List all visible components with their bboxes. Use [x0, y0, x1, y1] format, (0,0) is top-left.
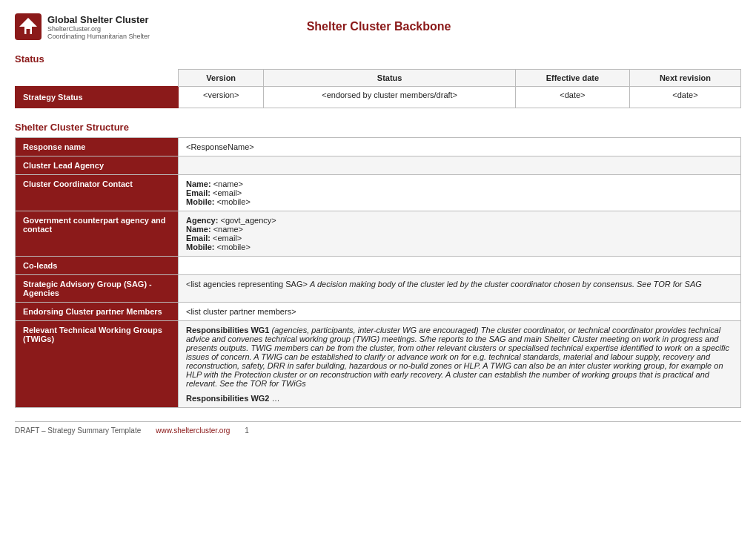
- logo-subtitle1: ShelterCluster.org: [47, 25, 150, 33]
- label-twigs: Relevant Technical Working Groups (TWiGs…: [16, 321, 179, 408]
- version-value: <version>: [179, 87, 264, 108]
- logo-area: Global Shelter Cluster ShelterCluster.or…: [15, 13, 150, 40]
- footer: DRAFT – Strategy Summary Template www.sh…: [15, 421, 741, 435]
- value-cluster-lead-agency: [179, 156, 741, 175]
- footer-website[interactable]: www.sheltercluster.org: [156, 426, 230, 435]
- logo-subtitle2: Coordinating Humanitarian Shelter: [47, 33, 150, 40]
- status-table-row: Strategy Status <version> <endorsed by c…: [16, 87, 741, 108]
- value-cluster-coordinator: Name: <name> Email: <email> Mobile: <mob…: [179, 175, 741, 211]
- value-response-name: <ResponseName>: [179, 138, 741, 156]
- row-endorsing-members: Endorsing Cluster partner Members <list …: [16, 303, 741, 321]
- value-sag: <list agencies representing SAG> A decis…: [179, 275, 741, 303]
- twig-wg2-block: Responsibilities WG2 …: [186, 394, 733, 403]
- effective-date-value: <date>: [515, 87, 629, 108]
- govt-agency: Agency: <govt_agency>: [186, 216, 733, 225]
- status-table-header-row: Version Status Effective date Next revis…: [16, 70, 741, 87]
- label-response-name: Response name: [16, 138, 179, 156]
- structure-table: Response name <ResponseName> Cluster Lea…: [15, 137, 741, 408]
- strategy-status-label: Strategy Status: [16, 87, 179, 108]
- sag-description: A decision making body of the cluster le…: [310, 280, 702, 289]
- status-value: <endorsed by cluster members/draft>: [264, 87, 515, 108]
- value-endorsing-members: <list cluster partner members>: [179, 303, 741, 321]
- coordinator-name: Name: <name>: [186, 179, 733, 188]
- svg-rect-3: [27, 29, 30, 34]
- structure-heading: Shelter Cluster Structure: [15, 122, 741, 133]
- row-response-name: Response name <ResponseName>: [16, 138, 741, 156]
- label-co-leads: Co-leads: [16, 257, 179, 275]
- logo-icon: [15, 13, 42, 40]
- header: Global Shelter Cluster ShelterCluster.or…: [15, 13, 741, 40]
- twig-wg1-text: (agencies, participants, inter-cluster W…: [186, 326, 729, 388]
- value-co-leads: [179, 257, 741, 275]
- govt-mobile: Mobile: <mobile>: [186, 243, 733, 251]
- twig-wg1-label: Responsibilities WG1: [186, 326, 269, 334]
- coordinator-email: Email: <email>: [186, 188, 733, 197]
- col-status: Status: [264, 70, 515, 87]
- twig-wg1-block: Responsibilities WG1 (agencies, particip…: [186, 326, 733, 388]
- label-cluster-lead-agency: Cluster Lead Agency: [16, 156, 179, 175]
- twig-wg2-ellipsis: …: [272, 394, 280, 403]
- label-govt-counterpart: Government counterpart agency and contac…: [16, 211, 179, 257]
- label-endorsing-members: Endorsing Cluster partner Members: [16, 303, 179, 321]
- row-twigs: Relevant Technical Working Groups (TWiGs…: [16, 321, 741, 408]
- value-govt-counterpart: Agency: <govt_agency> Name: <name> Email…: [179, 211, 741, 257]
- next-revision-value: <date>: [629, 87, 740, 108]
- coordinator-mobile: Mobile: <mobile>: [186, 197, 733, 206]
- row-cluster-lead-agency: Cluster Lead Agency: [16, 156, 741, 175]
- page: Global Shelter Cluster ShelterCluster.or…: [15, 0, 741, 457]
- page-title: Shelter Cluster Backbone: [150, 20, 608, 33]
- footer-page-num: 1: [245, 426, 249, 435]
- col-effective-date: Effective date: [515, 70, 629, 87]
- status-table: Version Status Effective date Next revis…: [15, 69, 741, 108]
- row-sag: Strategic Advisory Group (SAG) - Agencie…: [16, 275, 741, 303]
- row-co-leads: Co-leads: [16, 257, 741, 275]
- col-next-revision: Next revision: [629, 70, 740, 87]
- twig-wg2-label: Responsibilities WG2: [186, 394, 269, 403]
- value-twigs: Responsibilities WG1 (agencies, particip…: [179, 321, 741, 408]
- col-version: Version: [179, 70, 264, 87]
- status-heading: Status: [15, 53, 741, 65]
- row-cluster-coordinator: Cluster Coordinator Contact Name: <name>…: [16, 175, 741, 211]
- footer-draft-text: DRAFT – Strategy Summary Template: [15, 426, 141, 435]
- logo-title: Global Shelter Cluster: [47, 14, 150, 25]
- label-sag: Strategic Advisory Group (SAG) - Agencie…: [16, 275, 179, 303]
- label-cluster-coordinator: Cluster Coordinator Contact: [16, 175, 179, 211]
- logo-text: Global Shelter Cluster ShelterCluster.or…: [47, 14, 150, 40]
- govt-name: Name: <name>: [186, 225, 733, 234]
- govt-email: Email: <email>: [186, 234, 733, 243]
- row-govt-counterpart: Government counterpart agency and contac…: [16, 211, 741, 257]
